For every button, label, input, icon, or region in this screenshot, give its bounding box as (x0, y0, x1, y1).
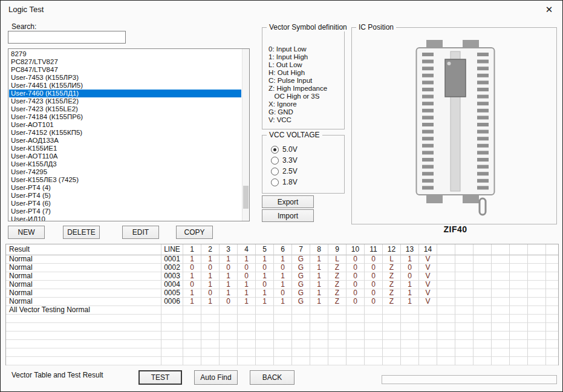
empty-cell (328, 306, 347, 315)
list-item[interactable]: User-АОТ101 (9, 121, 241, 129)
empty-cell (419, 340, 437, 348)
list-item[interactable]: User-К155ЛД3 (9, 160, 241, 168)
pin-slot (422, 95, 434, 99)
vector-value-cell: 1 (310, 289, 328, 298)
list-item[interactable]: User-7453 (К155ЛР3) (9, 74, 241, 82)
list-item[interactable]: User-АОТ110А (9, 152, 241, 160)
list-item[interactable]: User-ИД10 (9, 215, 241, 221)
vector-value-cell: 0 (256, 264, 274, 272)
empty-cell (546, 348, 558, 357)
test-button[interactable]: TEST (138, 370, 182, 385)
list-item[interactable]: User-74451 (К155ЛИ5) (9, 82, 241, 90)
empty-cell (365, 348, 383, 357)
line-number-cell: 0005 (161, 289, 183, 298)
vector-value-cell: 0 (365, 298, 383, 306)
empty-cell (528, 264, 546, 272)
chip-list[interactable]: 8279PC827/LTV827PC847/LTV847User-7453 (К… (8, 48, 250, 221)
empty-cell (492, 255, 510, 264)
list-item[interactable]: User-РТ4 (5) (9, 192, 241, 200)
empty-cell (183, 323, 201, 332)
vector-symbol-line: H: Out High (268, 69, 327, 77)
scrollbar-thumb[interactable] (243, 186, 249, 209)
radio-option-3.3V[interactable]: 3.3V (271, 155, 298, 166)
socket-tab-top-right (463, 40, 479, 48)
empty-cell (401, 315, 419, 323)
list-item[interactable]: User-74152 (К155КП5) (9, 129, 241, 137)
list-item[interactable]: User-74295 (9, 168, 241, 176)
vector-value-cell: 1 (238, 281, 256, 289)
empty-cell (492, 281, 510, 289)
close-button[interactable]: ✕ (536, 1, 562, 19)
title-bar: Logic Test ✕ (1, 1, 562, 19)
radio-option-1.8V[interactable]: 1.8V (271, 177, 298, 188)
vector-value-cell: 0 (365, 281, 383, 289)
list-item[interactable]: User-7423 (К155LE2) (9, 105, 241, 113)
vector-table: ResultLINE1234567891011121314Normal00011… (5, 244, 559, 365)
new-button[interactable]: NEW (8, 226, 45, 239)
list-item-selected[interactable]: User-7460 (К155ЛД1) (9, 90, 241, 97)
search-input[interactable] (8, 31, 126, 44)
vector-value-cell: 1 (220, 289, 238, 298)
list-item[interactable]: User-К155ИЕ1 (9, 145, 241, 152)
empty-cell (238, 340, 256, 348)
empty-cell (419, 315, 437, 323)
pin-slot (422, 74, 434, 77)
list-item[interactable]: User-7423 (К155ЛЕ2) (9, 97, 241, 105)
vector-value-cell: L (328, 255, 347, 264)
empty-cell (256, 357, 274, 365)
empty-cell (310, 332, 328, 340)
vector-value-cell: 0 (201, 289, 220, 298)
edit-button[interactable]: EDIT (122, 226, 159, 239)
empty-cell (474, 357, 492, 365)
vector-value-cell: 1 (183, 255, 201, 264)
empty-cell (492, 315, 510, 323)
vector-value-cell: 1 (274, 272, 292, 281)
radio-icon (271, 157, 279, 165)
result-cell: Normal (6, 281, 161, 289)
back-button[interactable]: BACK (250, 370, 295, 385)
list-item[interactable]: User-РТ4 (7) (9, 207, 241, 215)
vector-value-cell: 0 (183, 281, 201, 289)
vector-value-cell: 1 (401, 289, 419, 298)
empty-cell (6, 340, 161, 348)
list-item[interactable]: PC847/LTV847 (9, 66, 241, 74)
vector-value-cell: G (292, 289, 310, 298)
vector-value-cell: 1 (310, 281, 328, 289)
empty-cell (183, 340, 201, 348)
line-number-cell: 0001 (161, 255, 183, 264)
auto-find-button[interactable]: Auto Find (194, 370, 238, 385)
empty-cell (256, 340, 274, 348)
empty-cell (365, 340, 383, 348)
vector-symbol-line: X: Ignore (268, 100, 327, 108)
empty-cell (238, 306, 256, 315)
empty-cell (474, 306, 492, 315)
empty-cell (528, 255, 546, 264)
vector-value-cell: 1 (256, 298, 274, 306)
import-button[interactable]: Import (262, 209, 314, 222)
list-item[interactable]: User-К155ЛЕ3 (7425) (9, 176, 241, 184)
list-item[interactable]: PC827/LTV827 (9, 58, 241, 66)
delete-button[interactable]: DELETE (63, 226, 100, 239)
list-scrollbar[interactable] (242, 49, 249, 221)
vector-value-cell: G (292, 281, 310, 289)
list-item[interactable]: User-РТ4 (6) (9, 200, 241, 207)
list-item[interactable]: User-РТ4 (4) (9, 184, 241, 192)
empty-cell (328, 357, 347, 365)
empty-cell (455, 332, 474, 340)
vector-value-cell: 1 (220, 281, 238, 289)
vector-value-cell: 0 (365, 264, 383, 272)
empty-cell (546, 357, 558, 365)
list-item[interactable]: User-АОД133А (9, 137, 241, 145)
empty-cell (528, 348, 546, 357)
list-item[interactable]: 8279 (9, 50, 241, 58)
column-header-pin: 5 (256, 244, 274, 255)
copy-button[interactable]: COPY (176, 226, 213, 239)
radio-option-5.0V[interactable]: 5.0V (271, 144, 298, 155)
vector-value-cell: V (419, 272, 437, 281)
empty-cell (401, 357, 419, 365)
vector-symbol-lines: 0: Input Low1: Input HighL: Out LowH: Ou… (268, 45, 327, 124)
empty-cell (474, 281, 492, 289)
radio-option-2.5V[interactable]: 2.5V (271, 166, 298, 177)
list-item[interactable]: User-74184 (К155ПР6) (9, 113, 241, 121)
export-button[interactable]: Export (262, 195, 314, 208)
